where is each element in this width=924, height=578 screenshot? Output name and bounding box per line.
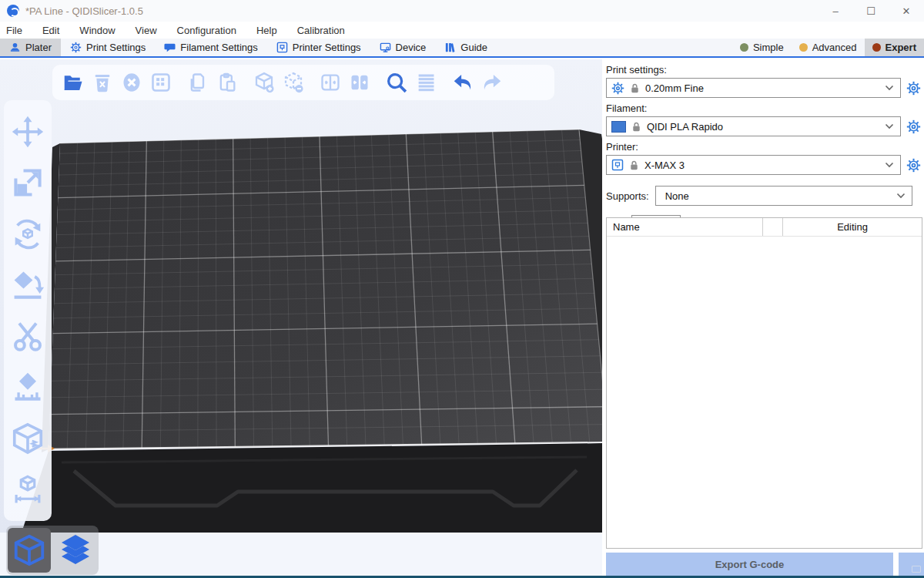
undo-arrow-icon — [451, 71, 474, 94]
maximize-button[interactable]: ☐ — [853, 0, 889, 22]
sd-card-icon — [912, 566, 921, 573]
3d-view-cube-icon — [12, 533, 47, 568]
printer-edit-button[interactable] — [904, 158, 922, 173]
tab-printer-settings[interactable]: Printer Settings — [267, 39, 370, 56]
measure-tool-button[interactable] — [9, 471, 46, 508]
supports-value: None — [661, 190, 892, 202]
plater-icon — [9, 42, 21, 53]
menu-edit[interactable]: Edit — [32, 25, 69, 36]
mode-advanced[interactable]: Advanced — [792, 39, 865, 56]
menu-calibration[interactable]: Calibration — [287, 25, 355, 36]
open-project-button[interactable] — [59, 68, 88, 97]
redo-button[interactable] — [477, 68, 507, 97]
device-icon — [380, 42, 391, 53]
menu-help[interactable]: Help — [246, 25, 287, 36]
tab-bar: Plater Print Settings Filament Settings … — [0, 39, 924, 58]
window-controls: – ☐ ✕ — [818, 0, 924, 22]
copy-button[interactable] — [183, 68, 213, 97]
tab-guide[interactable]: Guide — [435, 39, 497, 56]
print-bed — [49, 129, 602, 449]
printer-label: Printer: — [606, 141, 924, 153]
printer-combo[interactable]: X-MAX 3 — [606, 155, 901, 175]
menu-bar: File Edit Window View Configuration Help… — [0, 22, 924, 39]
rotate-tool-button[interactable] — [9, 216, 46, 253]
print-settings-combo[interactable]: 0.20mm Fine — [606, 78, 901, 98]
trash-icon — [92, 72, 113, 93]
move-tool-button[interactable] — [9, 113, 46, 150]
filament-combo[interactable]: QIDI PLA Rapido — [606, 116, 901, 136]
object-list-header: Name Editing — [607, 218, 922, 237]
delete-button[interactable] — [88, 68, 117, 97]
tab-print-settings[interactable]: Print Settings — [61, 39, 155, 56]
paste-button[interactable] — [213, 68, 242, 97]
paint-supports-tool-button[interactable] — [9, 368, 46, 405]
rotate-icon — [10, 217, 45, 252]
lock-icon — [628, 160, 640, 171]
variable-layer-height-button[interactable] — [411, 68, 440, 97]
seam-icon — [10, 421, 45, 456]
main-toolbar — [52, 65, 554, 100]
gear-icon — [906, 119, 921, 134]
3d-editor-view-button[interactable] — [8, 528, 51, 573]
delete-all-button[interactable] — [117, 68, 146, 97]
printer-body — [22, 443, 602, 533]
object-list-table[interactable]: Name Editing — [606, 217, 922, 549]
chevron-down-icon — [885, 85, 894, 91]
split-objects-icon — [320, 72, 341, 93]
printer-value: X-MAX 3 — [644, 160, 880, 171]
filament-label: Filament: — [606, 102, 924, 114]
filament-color-swatch — [611, 121, 626, 133]
print-settings-label: Print settings: — [606, 64, 924, 76]
export-row: Export G-code — [606, 553, 924, 576]
expert-dot-icon — [872, 43, 881, 52]
search-icon — [385, 71, 408, 94]
move-icon — [11, 115, 45, 149]
menu-window[interactable]: Window — [69, 25, 125, 36]
menu-configuration[interactable]: Configuration — [167, 25, 246, 36]
preview-layers-icon — [57, 532, 94, 569]
filament-icon — [164, 42, 176, 53]
place-on-face-tool-button[interactable] — [9, 267, 46, 304]
column-extruder — [763, 218, 783, 236]
menu-view[interactable]: View — [126, 25, 167, 36]
gear-icon — [906, 158, 921, 173]
mode-expert[interactable]: Expert — [865, 39, 924, 56]
add-instance-button[interactable] — [249, 68, 279, 97]
close-button[interactable]: ✕ — [889, 0, 924, 22]
filament-edit-button[interactable] — [904, 119, 922, 134]
delete-all-icon — [121, 72, 142, 93]
tab-filament-settings[interactable]: Filament Settings — [155, 39, 266, 56]
simple-dot-icon — [740, 43, 748, 52]
split-to-objects-button[interactable] — [316, 68, 345, 97]
supports-combo[interactable]: None — [655, 186, 912, 206]
remove-instance-button[interactable] — [279, 68, 308, 97]
split-to-parts-button[interactable] — [345, 68, 374, 97]
mode-simple[interactable]: Simple — [732, 39, 792, 56]
paste-icon — [216, 72, 238, 93]
print-settings-edit-button[interactable] — [904, 81, 922, 96]
print-bed-scene — [0, 59, 602, 533]
lock-icon — [629, 82, 641, 94]
app-logo-icon — [7, 5, 19, 17]
gear-icon — [70, 42, 82, 53]
minimize-button[interactable]: – — [818, 0, 853, 22]
menu-file[interactable]: File — [0, 25, 32, 36]
arrange-button[interactable] — [146, 68, 176, 97]
tab-device[interactable]: Device — [370, 39, 436, 56]
split-parts-icon — [349, 72, 370, 93]
filament-value: QIDI PLA Rapido — [647, 121, 880, 133]
paint-supports-icon — [11, 370, 45, 404]
export-to-sd-button[interactable] — [899, 553, 924, 576]
qidislicer-window: *PA Line - QIDISlicer-1.0.5 – ☐ ✕ File E… — [0, 0, 924, 578]
export-gcode-button[interactable]: Export G-code — [606, 553, 893, 576]
preview-view-button[interactable] — [54, 528, 97, 573]
seam-painting-tool-button[interactable] — [9, 420, 46, 457]
search-button[interactable] — [382, 68, 411, 97]
tab-plater[interactable]: Plater — [0, 39, 61, 56]
undo-button[interactable] — [448, 68, 477, 97]
3d-viewport[interactable] — [0, 59, 602, 533]
cut-tool-button[interactable] — [9, 318, 46, 355]
copy-icon — [187, 72, 209, 93]
layer-height-icon — [415, 72, 437, 93]
scale-tool-button[interactable] — [9, 164, 46, 201]
